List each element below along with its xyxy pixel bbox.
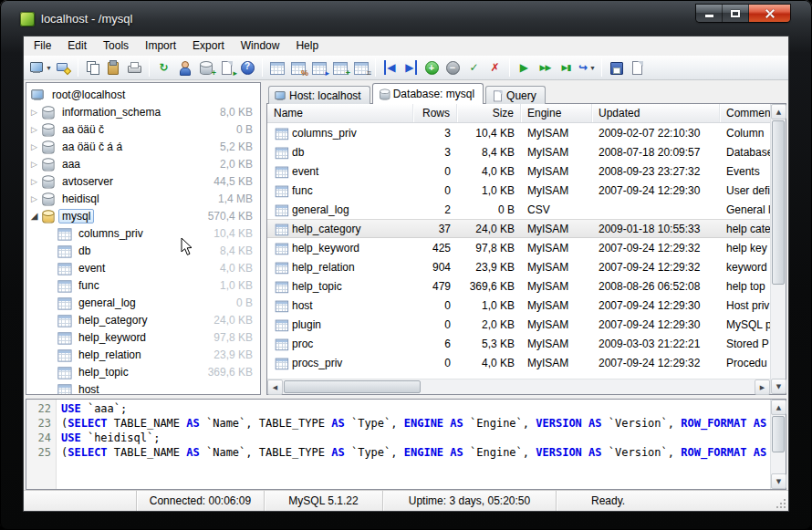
- tree-item-root@localhost[interactable]: root@localhost: [26, 86, 260, 103]
- sql-log[interactable]: 22232425 USE `aaa`;(SELECT TABLE_NAME AS…: [26, 399, 786, 490]
- tree-item-columns_priv[interactable]: columns_priv10,4 KB: [26, 224, 260, 242]
- tree-item-host[interactable]: host: [26, 380, 260, 395]
- tree-item-mysql[interactable]: ◢mysql570,4 KB: [26, 207, 260, 224]
- create-database-button[interactable]: +: [195, 57, 216, 78]
- cancel-changes-button[interactable]: ✗: [484, 57, 505, 78]
- filter-button[interactable]: %: [287, 57, 308, 78]
- table-row-plugin[interactable]: plugin02,0 KBMyISAM2007-09-24 12:29:30My…: [267, 315, 770, 334]
- scrollbar-thumb[interactable]: [284, 380, 421, 393]
- tree-expand-icon[interactable]: ◢: [28, 211, 40, 221]
- scrollbar-thumb[interactable]: [772, 416, 785, 452]
- resize-grip-icon[interactable]: [776, 498, 786, 509]
- maximize-button[interactable]: [723, 5, 749, 22]
- tree-expand-icon[interactable]: ▷: [28, 108, 40, 117]
- tree-expand-icon[interactable]: ▷: [28, 177, 40, 186]
- tree-item-aa-[interactable]: ▷aa öäü č0 B: [26, 120, 260, 138]
- table-row-help_category[interactable]: help_category3724,0 KBMyISAM2009-01-18 1…: [267, 219, 770, 238]
- table-row-proc[interactable]: proc65,3 KBMyISAM2009-03-03 21:22:21Stor…: [267, 334, 770, 353]
- menu-edit[interactable]: Edit: [59, 37, 95, 55]
- column-header-comment[interactable]: Comment: [720, 104, 770, 122]
- tab-query[interactable]: Query: [485, 86, 546, 104]
- menu-file[interactable]: File: [26, 37, 59, 55]
- sql-code[interactable]: USE `aaa`;(SELECT TABLE_NAME AS `Name`, …: [57, 400, 770, 489]
- grid-horizontal-scrollbar[interactable]: ◀ ▶: [267, 379, 770, 394]
- execute-selection-button[interactable]: ▶▶: [535, 57, 556, 78]
- connect-button[interactable]: [53, 57, 74, 78]
- grid-vertical-scrollbar[interactable]: ▲ ▼: [770, 104, 786, 394]
- table-row-event[interactable]: event04,0 KBMyISAM2008-09-23 23:27:32Eve…: [267, 161, 770, 181]
- tree-item-information_schema[interactable]: ▷information_schema8,0 KB: [26, 103, 260, 120]
- column-header-name[interactable]: Name: [267, 104, 413, 122]
- column-header-updated[interactable]: Updated: [592, 104, 720, 122]
- execute-sql-button[interactable]: ▶: [514, 57, 535, 78]
- close-button[interactable]: [749, 5, 790, 22]
- column-header-rows[interactable]: Rows: [413, 104, 457, 122]
- tree-item-avtoserver[interactable]: ▷avtoserver44,5 KB: [26, 172, 260, 190]
- tab-database[interactable]: Database: mysql: [372, 83, 484, 104]
- tree-item-db[interactable]: db8,4 KB: [26, 242, 260, 259]
- session-manager-button[interactable]: ▼: [28, 57, 53, 78]
- table-row-host[interactable]: host01,0 KBMyISAM2007-09-24 12:29:30Host…: [267, 296, 770, 315]
- table-row-help_keyword[interactable]: help_keyword42597,8 KBMyISAM2007-09-24 1…: [267, 238, 770, 257]
- data-grid-button[interactable]: [266, 57, 287, 78]
- table-row-procs_priv[interactable]: procs_priv04,0 KBMyISAM2007-09-24 12:29:…: [267, 353, 770, 372]
- paste-button[interactable]: [103, 57, 124, 78]
- tree-item-help_relation[interactable]: help_relation23,9 KB: [26, 346, 260, 363]
- copy-button[interactable]: [82, 57, 103, 78]
- add-record-button[interactable]: +: [422, 57, 442, 78]
- tree-expand-icon[interactable]: ▷: [28, 194, 40, 203]
- insert-row-button[interactable]: +: [329, 57, 350, 78]
- sql-vertical-scrollbar[interactable]: ▲ ▼: [770, 400, 786, 489]
- table-row-help_relation[interactable]: help_relation90423,9 KBMyISAM2007-09-24 …: [267, 257, 770, 276]
- tree-item-aaa[interactable]: ▷aaa2,0 KB: [26, 155, 260, 172]
- nav-first-button[interactable]: ◀: [380, 57, 401, 78]
- scrollbar-thumb[interactable]: [772, 120, 785, 285]
- post-changes-button[interactable]: ✓: [463, 57, 484, 78]
- nav-last-button[interactable]: ▶: [401, 57, 422, 78]
- menu-window[interactable]: Window: [233, 37, 288, 55]
- tab-host[interactable]: Host: localhost: [268, 86, 370, 104]
- print-button[interactable]: [124, 57, 145, 78]
- tree-item-help_keyword[interactable]: help_keyword97,8 KB: [26, 328, 260, 346]
- table-row-general_log[interactable]: general_log20 BCSVGeneral l: [267, 200, 770, 219]
- column-header-engine[interactable]: Engine: [521, 104, 592, 122]
- server-tree[interactable]: root@localhost▷information_schema8,0 KB▷…: [26, 82, 261, 395]
- tree-item-help_topic[interactable]: help_topic369,6 KB: [26, 363, 260, 380]
- tree-item-aa-[interactable]: ▷aa öäü č á á5,2 KB: [26, 138, 260, 155]
- column-header-size[interactable]: Size: [457, 104, 521, 122]
- help-button[interactable]: [237, 57, 258, 78]
- tree-item-heidisql[interactable]: ▷heidisql1,4 MB: [26, 190, 260, 207]
- minimize-button[interactable]: [696, 5, 723, 22]
- table-row-help_topic[interactable]: help_topic479369,6 KBMyISAM2008-08-26 06…: [267, 276, 770, 296]
- menu-help[interactable]: Help: [287, 37, 327, 55]
- tree-item-help_category[interactable]: help_category24,0 KB: [26, 311, 260, 328]
- tree-expand-icon[interactable]: ▷: [28, 160, 40, 169]
- tree-expand-icon[interactable]: ▷: [28, 142, 40, 151]
- scroll-right-icon[interactable]: ▶: [755, 379, 770, 395]
- open-sql-button[interactable]: [627, 57, 648, 78]
- scroll-down-icon[interactable]: ▼: [771, 473, 786, 489]
- menu-import[interactable]: Import: [137, 37, 184, 55]
- remove-record-button[interactable]: −: [442, 57, 463, 78]
- tree-item-event[interactable]: event4,0 KB: [26, 259, 260, 276]
- execute-line-button[interactable]: ▶▮: [556, 57, 577, 78]
- explain-button[interactable]: ↪▼: [577, 57, 598, 78]
- tree-item-func[interactable]: func1,0 KB: [26, 276, 260, 294]
- table-row-columns_priv[interactable]: columns_priv310,4 KBMyISAM2009-02-07 22:…: [267, 123, 770, 142]
- menu-tools[interactable]: Tools: [95, 37, 137, 55]
- tree-item-general_log[interactable]: general_log0 B: [26, 294, 260, 311]
- title-bar[interactable]: localhost - /mysql: [0, 0, 812, 36]
- refresh-button[interactable]: ↻: [153, 57, 174, 78]
- tree-expand-icon[interactable]: ▷: [28, 125, 40, 134]
- scroll-left-icon[interactable]: ◀: [267, 379, 283, 395]
- scroll-up-icon[interactable]: ▲: [771, 400, 786, 415]
- scroll-up-icon[interactable]: ▲: [771, 104, 786, 120]
- grid-settings-button[interactable]: ≡: [350, 57, 371, 78]
- user-manager-button[interactable]: [174, 57, 195, 78]
- menu-export[interactable]: Export: [184, 37, 233, 55]
- save-sql-button[interactable]: [606, 57, 627, 78]
- table-row-func[interactable]: func01,0 KBMyISAM2007-09-24 12:29:30User…: [267, 181, 770, 200]
- export-button[interactable]: ▸: [216, 57, 237, 78]
- export-grid-button[interactable]: ▸: [308, 57, 329, 78]
- scroll-down-icon[interactable]: ▼: [771, 379, 786, 394]
